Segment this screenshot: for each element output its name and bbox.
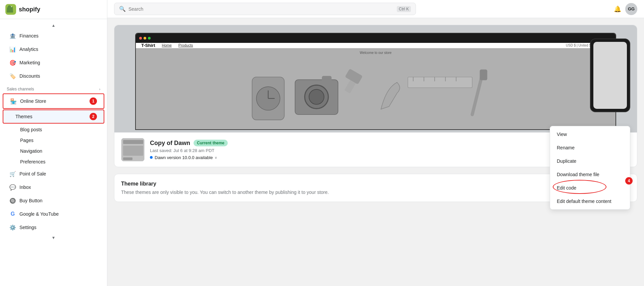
dropdown-item-view[interactable]: View bbox=[550, 128, 630, 141]
sidebar-header: shopify bbox=[0, 0, 107, 19]
analytics-icon: 📊 bbox=[9, 46, 16, 53]
sidebar-item-blog-posts[interactable]: Blog posts bbox=[3, 124, 104, 135]
theme-thumbnail bbox=[121, 138, 145, 161]
download-label: Download theme file bbox=[557, 172, 599, 177]
marketing-icon: 🎯 bbox=[9, 59, 16, 66]
current-theme-badge: Current theme bbox=[194, 140, 228, 146]
phone-screen bbox=[593, 42, 627, 109]
theme-info-row: Copy of Dawn Current theme Last saved: J… bbox=[114, 132, 637, 167]
edit-code-label: Edit code bbox=[557, 185, 576, 191]
bell-icon[interactable]: 🔔 bbox=[614, 5, 621, 13]
scroll-up-indicator: ▲ bbox=[0, 22, 107, 29]
search-box: 🔍 Ctrl K bbox=[114, 3, 416, 15]
svg-rect-10 bbox=[345, 69, 363, 84]
svg-rect-8 bbox=[322, 76, 332, 82]
version-text: Dawn version 10.0.0 available bbox=[155, 155, 213, 160]
topbar: 🔍 Ctrl K 🔔 GG bbox=[107, 0, 644, 18]
sidebar-item-finances[interactable]: 🏦 Finances bbox=[3, 29, 104, 43]
inbox-label: Inbox bbox=[19, 185, 31, 190]
settings-icon: ⚙️ bbox=[9, 224, 16, 231]
pos-icon: 🛒 bbox=[9, 170, 16, 177]
mock-browser-content: T-Shirt Home Products USD $ | United Sta… bbox=[136, 43, 615, 129]
themes-label: Themes bbox=[15, 114, 33, 119]
theme-details: Copy of Dawn Current theme Last saved: J… bbox=[150, 140, 573, 160]
shopify-logo-icon bbox=[5, 4, 16, 15]
sidebar-item-buy-button[interactable]: 🔘 Buy Button bbox=[3, 194, 104, 207]
scroll-down-indicator: ▼ bbox=[0, 234, 107, 241]
theme-thumb-image bbox=[121, 138, 145, 161]
theme-name-row: Copy of Dawn Current theme bbox=[150, 140, 573, 147]
svg-rect-20 bbox=[123, 140, 143, 144]
themes-wrapper: Themes 2 bbox=[3, 110, 104, 124]
finances-icon: 🏦 bbox=[9, 32, 16, 39]
sidebar-item-point-of-sale[interactable]: 🛒 Point of Sale bbox=[3, 167, 104, 181]
sidebar-item-settings[interactable]: ⚙️ Settings bbox=[3, 221, 104, 234]
sidebar-item-discounts[interactable]: 🏷️ Discounts bbox=[3, 69, 104, 83]
version-dot bbox=[150, 156, 153, 159]
buy-button-label: Buy Button bbox=[19, 198, 43, 203]
svg-rect-18 bbox=[480, 70, 487, 80]
app-brand-label: shopify bbox=[19, 6, 40, 13]
dropdown-item-duplicate[interactable]: Duplicate bbox=[550, 154, 630, 168]
badge-1: 1 bbox=[90, 97, 97, 105]
mock-browser: T-Shirt Home Products USD $ | United Sta… bbox=[135, 33, 616, 130]
browser-dot-green bbox=[148, 37, 151, 40]
tools-illustration bbox=[184, 66, 567, 130]
sidebar-item-google-youtube[interactable]: G Google & YouTube bbox=[3, 207, 104, 221]
theme-preview-card: T-Shirt Home Products USD $ | United Sta… bbox=[114, 25, 637, 167]
blog-posts-label: Blog posts bbox=[20, 127, 42, 132]
dropdown-item-rename[interactable]: Rename bbox=[550, 141, 630, 154]
sidebar-item-online-store[interactable]: 🏪 Online Store 1 bbox=[3, 93, 104, 109]
sidebar-item-pages[interactable]: Pages bbox=[3, 135, 104, 146]
google-youtube-label: Google & YouTube bbox=[19, 211, 59, 217]
online-store-wrapper: 🏪 Online Store 1 bbox=[3, 93, 104, 109]
rename-label: Rename bbox=[557, 145, 575, 150]
browser-dot-yellow bbox=[144, 37, 146, 40]
discounts-icon: 🏷️ bbox=[9, 73, 16, 79]
google-youtube-icon: G bbox=[9, 211, 16, 217]
edit-default-label: Edit default theme content bbox=[557, 199, 611, 204]
mock-nav: T-Shirt Home Products USD $ | United Sta… bbox=[136, 43, 615, 48]
version-chevron-icon: ∨ bbox=[215, 156, 217, 159]
search-shortcut: Ctrl K bbox=[397, 6, 411, 12]
mock-nav-products: Products bbox=[178, 43, 193, 47]
page-content: T-Shirt Home Products USD $ | United Sta… bbox=[107, 18, 644, 286]
dropdown-item-download[interactable]: Download theme file bbox=[550, 168, 630, 181]
theme-saved-time: Last saved: Jul 6 at 9:28 am PDT bbox=[150, 148, 573, 153]
mock-nav-home: Home bbox=[162, 43, 171, 47]
svg-rect-22 bbox=[123, 157, 132, 160]
buy-button-icon: 🔘 bbox=[9, 197, 16, 204]
main-content: 🔍 Ctrl K 🔔 GG bbox=[107, 0, 644, 286]
mock-hero: Welcome to our store bbox=[136, 48, 615, 130]
online-store-icon: 🏪 bbox=[10, 98, 17, 104]
theme-name: Copy of Dawn bbox=[150, 140, 190, 147]
mock-browser-bar bbox=[136, 33, 615, 43]
sidebar-item-navigation[interactable]: Navigation bbox=[3, 146, 104, 156]
sidebar-item-preferences[interactable]: Preferences bbox=[3, 156, 104, 167]
sidebar-nav: ▲ 🏦 Finances 📊 Analytics 🎯 Marketing 🏷️ … bbox=[0, 19, 107, 286]
pages-label: Pages bbox=[20, 138, 34, 143]
browser-dot-red bbox=[139, 37, 142, 40]
dropdown-item-edit-code[interactable]: Edit code 4 bbox=[550, 181, 630, 195]
sidebar-item-inbox[interactable]: 💬 Inbox bbox=[3, 181, 104, 194]
dropdown-item-edit-default[interactable]: Edit default theme content bbox=[550, 195, 630, 208]
sidebar-item-marketing[interactable]: 🎯 Marketing bbox=[3, 56, 104, 69]
finances-label: Finances bbox=[19, 33, 39, 39]
avatar[interactable]: GG bbox=[625, 3, 637, 15]
search-input[interactable] bbox=[128, 6, 394, 12]
sidebar-item-themes[interactable]: Themes 2 bbox=[3, 110, 104, 124]
navigation-label: Navigation bbox=[20, 148, 42, 154]
sidebar: shopify ▲ 🏦 Finances 📊 Analytics 🎯 Marke… bbox=[0, 0, 107, 286]
sales-channels-section: Sales channels › bbox=[0, 83, 107, 93]
chevron-right-icon: › bbox=[99, 87, 100, 91]
svg-rect-21 bbox=[123, 146, 143, 156]
svg-rect-11 bbox=[408, 77, 472, 88]
preferences-label: Preferences bbox=[20, 159, 45, 164]
badge-4: 4 bbox=[625, 177, 633, 185]
mock-brand: T-Shirt bbox=[141, 43, 155, 48]
mock-hero-text: Welcome to our store bbox=[360, 51, 392, 55]
topbar-actions: 🔔 GG bbox=[614, 3, 637, 15]
inbox-icon: 💬 bbox=[9, 184, 16, 191]
sidebar-item-analytics[interactable]: 📊 Analytics bbox=[3, 43, 104, 56]
theme-version: Dawn version 10.0.0 available ∨ bbox=[150, 155, 573, 160]
